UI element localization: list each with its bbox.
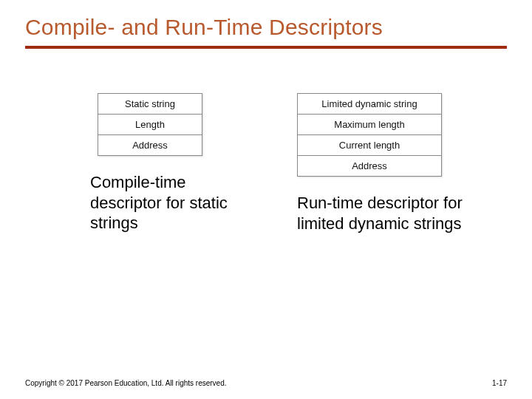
copyright-text: Copyright © 2017 Pearson Education, Ltd.… — [25, 379, 227, 387]
table-cell: Address — [298, 156, 441, 176]
table-cell: Limited dynamic string — [298, 94, 441, 115]
left-caption: Compile-time descriptor for static strin… — [90, 172, 260, 233]
right-column: Limited dynamic string Maximum length Cu… — [297, 93, 467, 233]
table-cell: Static string — [98, 94, 202, 115]
right-caption: Run-time descriptor for limited dynamic … — [297, 193, 467, 233]
table-cell: Length — [98, 115, 202, 135]
left-column: Static string Length Address Compile-tim… — [90, 93, 260, 233]
content-row: Static string Length Address Compile-tim… — [25, 93, 507, 233]
table-cell: Address — [98, 135, 202, 155]
run-time-descriptor-table: Limited dynamic string Maximum length Cu… — [297, 93, 442, 177]
table-cell: Maximum length — [298, 115, 441, 135]
page-title: Compile- and Run-Time Descriptors — [25, 15, 507, 40]
footer: Copyright © 2017 Pearson Education, Ltd.… — [25, 379, 507, 387]
table-cell: Current length — [298, 135, 441, 156]
compile-time-descriptor-table: Static string Length Address — [98, 93, 202, 156]
page-number: 1-17 — [492, 379, 507, 387]
title-rule — [25, 46, 507, 49]
slide: Compile- and Run-Time Descriptors Static… — [0, 0, 532, 399]
